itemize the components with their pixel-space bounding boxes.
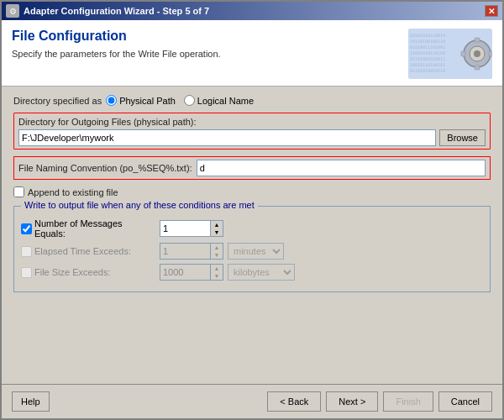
next-button[interactable]: Next > bbox=[326, 391, 378, 412]
elapsed-spinner-buttons: ▲ ▼ bbox=[210, 243, 223, 260]
write-group-title: Write to output file when any of these c… bbox=[21, 200, 258, 210]
logical-name-radio-label[interactable]: Logical Name bbox=[184, 95, 254, 106]
write-conditions-content: Number of Messages Equals: ▲ ▼ bbox=[14, 207, 490, 291]
physical-path-radio[interactable] bbox=[106, 95, 117, 106]
naming-input[interactable] bbox=[197, 160, 486, 176]
page-title: File Configuration bbox=[12, 29, 408, 44]
filesize-spinner: ▲ ▼ bbox=[160, 264, 223, 281]
back-button[interactable]: < Back bbox=[267, 391, 321, 412]
svg-rect-14 bbox=[489, 51, 492, 56]
logical-name-radio[interactable] bbox=[184, 95, 195, 106]
window-icon: ⚙ bbox=[6, 4, 19, 18]
page-subtitle: Specify the parameters for the Write Fil… bbox=[12, 49, 408, 59]
write-conditions-group: Write to output file when any of these c… bbox=[13, 206, 491, 292]
append-label[interactable]: Append to existing file bbox=[28, 187, 118, 197]
svg-text:01101010010110: 01101010010110 bbox=[410, 68, 445, 73]
finish-button[interactable]: Finish bbox=[383, 391, 433, 412]
elapsed-input[interactable] bbox=[160, 243, 210, 260]
svg-text:10010110100101: 10010110100101 bbox=[410, 62, 445, 67]
browse-button[interactable]: Browse bbox=[439, 129, 486, 146]
header-decoration: 01001010110010 10110100100110 0101001110… bbox=[408, 29, 492, 79]
content-area: File Configuration Specify the parameter… bbox=[2, 20, 502, 418]
elapsed-down-button[interactable]: ▼ bbox=[211, 251, 223, 259]
num-messages-label: Number of Messages Equals: bbox=[34, 218, 155, 239]
outgoing-field-row: Browse bbox=[18, 129, 486, 146]
num-messages-input[interactable] bbox=[160, 220, 210, 237]
title-bar-left: ⚙ Adapter Configuration Wizard - Step 5 … bbox=[6, 4, 209, 18]
footer: Help < Back Next > Finish Cancel bbox=[2, 384, 502, 418]
svg-text:01101001010011: 01101001010011 bbox=[410, 56, 445, 61]
append-checkbox-row: Append to existing file bbox=[13, 186, 491, 197]
title-bar: ⚙ Adapter Configuration Wizard - Step 5 … bbox=[2, 2, 502, 20]
footer-right: < Back Next > Finish Cancel bbox=[267, 391, 492, 412]
outgoing-files-group: Directory for Outgoing Files (physical p… bbox=[13, 113, 491, 150]
outgoing-group-label: Directory for Outgoing Files (physical p… bbox=[18, 117, 486, 127]
header-section: File Configuration Specify the parameter… bbox=[2, 20, 502, 87]
svg-text:11001010110100: 11001010110100 bbox=[410, 50, 445, 55]
footer-left: Help bbox=[12, 391, 50, 412]
wizard-window: ⚙ Adapter Configuration Wizard - Step 5 … bbox=[0, 0, 504, 420]
filesize-label-area: File Size Exceeds: bbox=[21, 267, 155, 278]
num-messages-down-button[interactable]: ▼ bbox=[211, 228, 223, 236]
elapsed-time-row: Elapsed Time Exceeds: ▲ ▼ minutes hours bbox=[21, 243, 483, 260]
filesize-up-button[interactable]: ▲ bbox=[211, 265, 223, 272]
directory-type-row: Directory specified as Physical Path Log… bbox=[13, 95, 491, 106]
num-messages-spinner: ▲ ▼ bbox=[160, 220, 223, 237]
physical-path-radio-label[interactable]: Physical Path bbox=[106, 95, 176, 106]
num-messages-up-button[interactable]: ▲ bbox=[211, 221, 223, 228]
logical-name-label: Logical Name bbox=[197, 96, 254, 106]
elapsed-up-button[interactable]: ▲ bbox=[211, 244, 223, 251]
append-checkbox[interactable] bbox=[13, 186, 24, 197]
num-messages-spinner-buttons: ▲ ▼ bbox=[210, 220, 223, 237]
help-button[interactable]: Help bbox=[12, 391, 50, 412]
header-image: 01001010110010 10110100100110 0101001110… bbox=[408, 29, 492, 79]
radio-group: Physical Path Logical Name bbox=[106, 95, 254, 106]
cancel-button[interactable]: Cancel bbox=[438, 391, 492, 412]
svg-rect-11 bbox=[475, 38, 480, 42]
svg-rect-12 bbox=[475, 66, 480, 70]
header-text: File Configuration Specify the parameter… bbox=[12, 29, 408, 59]
filesize-input[interactable] bbox=[160, 264, 210, 281]
filesize-label: File Size Exceeds: bbox=[34, 267, 110, 277]
num-messages-checkbox[interactable] bbox=[21, 223, 32, 234]
elapsed-time-checkbox[interactable] bbox=[21, 246, 32, 257]
elapsed-label-area: Elapsed Time Exceeds: bbox=[21, 246, 155, 257]
svg-text:01001010110010: 01001010110010 bbox=[410, 33, 445, 38]
main-content: Directory specified as Physical Path Log… bbox=[2, 87, 502, 384]
filesize-down-button[interactable]: ▼ bbox=[211, 272, 223, 280]
window-title: Adapter Configuration Wizard - Step 5 of… bbox=[24, 6, 209, 16]
num-messages-label-area: Number of Messages Equals: bbox=[21, 218, 155, 239]
elapsed-label: Elapsed Time Exceeds: bbox=[34, 246, 131, 256]
elapsed-unit-select[interactable]: minutes hours seconds bbox=[228, 243, 284, 260]
naming-label: File Naming Convention (po_%SEQ%.txt): bbox=[18, 163, 192, 173]
filesize-unit-select[interactable]: kilobytes megabytes bbox=[228, 264, 295, 281]
filesize-checkbox[interactable] bbox=[21, 267, 32, 278]
filesize-spinner-buttons: ▲ ▼ bbox=[210, 264, 223, 281]
elapsed-spinner: ▲ ▼ bbox=[160, 243, 223, 260]
directory-type-label: Directory specified as bbox=[13, 96, 102, 106]
svg-rect-13 bbox=[461, 51, 465, 56]
filesize-row: File Size Exceeds: ▲ ▼ kilobytes megabyt… bbox=[21, 264, 483, 281]
num-messages-row: Number of Messages Equals: ▲ ▼ bbox=[21, 218, 483, 239]
physical-path-label: Physical Path bbox=[119, 96, 176, 106]
svg-point-10 bbox=[474, 50, 480, 57]
svg-text:01010011101001: 01010011101001 bbox=[410, 45, 445, 50]
naming-convention-row: File Naming Convention (po_%SEQ%.txt): bbox=[13, 156, 491, 180]
outgoing-path-input[interactable] bbox=[18, 129, 436, 146]
svg-text:10110100100110: 10110100100110 bbox=[410, 39, 445, 44]
close-button[interactable]: ✕ bbox=[485, 5, 498, 17]
